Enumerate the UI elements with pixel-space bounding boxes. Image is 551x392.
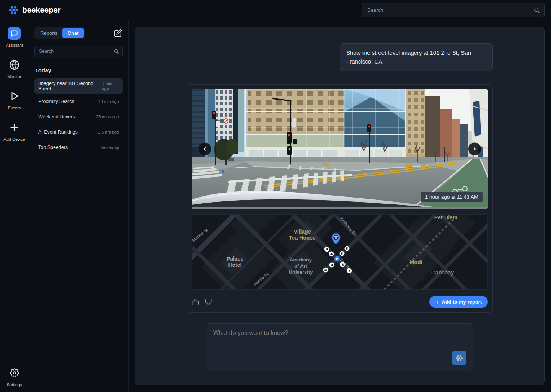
bee-dots-icon <box>8 5 19 15</box>
poi-label: Modi <box>410 259 422 265</box>
send-button[interactable] <box>452 351 466 365</box>
conversation-search-input[interactable] <box>38 48 114 54</box>
sidebar-item-add-device[interactable]: Add Device <box>1 121 27 142</box>
new-chat-button[interactable] <box>113 28 123 38</box>
section-title: Today <box>35 67 123 74</box>
add-to-report-button[interactable]: + Add to my report <box>429 296 488 308</box>
sidebar-item-label: Assistant <box>6 43 23 47</box>
chevron-right-icon <box>472 147 477 152</box>
conversation-row[interactable]: Weekend Drivers 25 mins ago <box>34 109 123 124</box>
thumbs-up-icon <box>192 298 199 306</box>
sidebar-item-label: Monitor <box>7 74 21 79</box>
plus-icon: + <box>435 299 439 305</box>
poi-label: Transbay <box>430 269 454 276</box>
conversation-row[interactable]: Top Speeders Yesterday <box>34 140 123 155</box>
globe-icon <box>8 58 21 71</box>
street-map-svg: Market St Jessie St Anthony St 2nd St Pe… <box>192 215 488 290</box>
tab-chat[interactable]: Chat <box>62 28 84 38</box>
message-input[interactable] <box>207 324 473 371</box>
carousel-next-button[interactable] <box>468 143 481 155</box>
sidebar-item-label: Settings <box>7 382 22 387</box>
poi-label: University <box>289 269 313 275</box>
conversation-row[interactable]: Proximity Search 10 min ago <box>34 94 123 109</box>
play-icon <box>8 90 21 103</box>
chat-bubble-icon <box>8 27 21 40</box>
thumbs-down-icon <box>205 298 212 306</box>
compose-icon <box>114 29 122 37</box>
bee-dots-icon <box>455 354 464 363</box>
sidebar-item-assistant[interactable]: Assistant <box>3 26 25 48</box>
timestamp-badge: 1 hour ago at 11:43 AM <box>421 192 483 202</box>
poi-label: Academy <box>290 257 312 263</box>
composer <box>207 323 473 371</box>
sidebar-item-settings[interactable]: Settings <box>5 366 24 387</box>
conversation-row[interactable]: AI Event Rankings 1.5 hrs ago <box>34 124 123 140</box>
glass-building <box>245 89 406 164</box>
response-actions: + Add to my report <box>192 296 488 308</box>
poi-label: Per Diem <box>434 215 458 220</box>
conversation-row[interactable]: Imagery near 101 Second Street 1 min ago <box>34 78 123 94</box>
brand-name: beekeeper <box>22 5 60 15</box>
map-container: Market St Jessie St Anthony St 2nd St Pe… <box>192 214 488 290</box>
image-carousel: 1 hour ago at 11:43 AM <box>192 89 488 209</box>
chat-panel: Reports Chat Today Imagery near 101 Seco… <box>29 20 129 392</box>
sidebar-item-monitor[interactable]: Monitor <box>5 58 24 79</box>
conversation-search <box>34 46 123 57</box>
conversation-list: Imagery near 101 Second Street 1 min ago… <box>34 78 123 155</box>
brand-logo: beekeeper <box>8 5 60 15</box>
search-icon <box>114 49 119 54</box>
thumbs-down-button[interactable] <box>205 298 212 306</box>
main-panel: Show me street-level imagery at 101 2nd … <box>135 27 545 385</box>
global-search <box>362 3 545 17</box>
poi-label: of Art <box>294 263 308 269</box>
sidebar-item-label: Events <box>8 106 21 110</box>
sidebar-item-label: Add Device <box>3 137 25 142</box>
panel-tabs: Reports Chat <box>34 27 123 39</box>
thumbs-up-button[interactable] <box>192 298 199 306</box>
search-icon <box>533 7 540 13</box>
global-search-input[interactable] <box>367 7 533 13</box>
add-to-report-label: Add to my report <box>442 299 482 305</box>
user-message-bubble: Show me street-level imagery at 101 2nd … <box>340 43 493 71</box>
gear-icon <box>8 366 21 379</box>
topbar: beekeeper <box>0 0 551 20</box>
tab-reports[interactable]: Reports <box>36 28 62 38</box>
carousel-prev-button[interactable] <box>199 143 211 155</box>
chevron-left-icon <box>202 147 207 152</box>
response-card: 1 hour ago at 11:43 AM <box>187 84 493 313</box>
nav-rail: Assistant Monitor Events Add Device Set <box>0 20 29 392</box>
sidebar-item-events[interactable]: Events <box>6 89 23 111</box>
poi-label: Hotel <box>228 262 242 268</box>
poi-label: Village <box>294 229 311 235</box>
street-photo-svg <box>192 89 488 209</box>
poi-label: Tea House <box>289 235 316 241</box>
plus-icon <box>8 121 21 134</box>
poi-label: Palace <box>227 256 244 262</box>
